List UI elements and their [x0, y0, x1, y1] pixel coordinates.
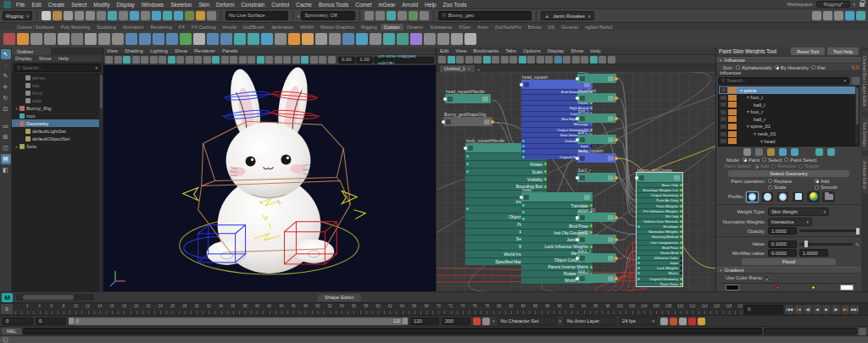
- normalize-weights-dropdown[interactable]: Interactive▾: [768, 218, 812, 226]
- brush-gaussian-icon[interactable]: [776, 191, 789, 202]
- workspace-value[interactable]: Rigging*: [816, 1, 851, 8]
- paint-operation-replace[interactable]: Replace: [768, 179, 812, 184]
- viewport-icon-10[interactable]: [194, 56, 202, 64]
- shelf-tab-xgen[interactable]: XGen: [455, 24, 474, 30]
- viewport-icon-15[interactable]: [239, 56, 247, 64]
- menu-constrain[interactable]: Constrain: [237, 2, 268, 8]
- value-field[interactable]: 0.1000: [768, 241, 797, 248]
- input-plug[interactable]: [576, 216, 579, 219]
- node-menu-icon[interactable]: [608, 156, 614, 161]
- attr-input-dot[interactable]: [522, 150, 525, 152]
- attr-output-dot[interactable]: [680, 199, 682, 202]
- symmetry-field[interactable]: Symmetry: Off: [301, 11, 355, 20]
- node-editor-menu-edit[interactable]: Edit: [437, 48, 452, 53]
- radio-icon[interactable]: [762, 158, 766, 162]
- person-icon[interactable]: [397, 33, 409, 45]
- node-header[interactable]: [445, 94, 491, 103]
- influence-pelvis[interactable]: ≡▿ pelvis: [719, 86, 859, 94]
- input-plug[interactable]: [576, 97, 579, 100]
- ppe-icon[interactable]: [139, 33, 151, 45]
- node-menu-icon[interactable]: [674, 175, 680, 180]
- mode-option-select[interactable]: Select: [762, 158, 782, 163]
- connection-wire[interactable]: [617, 218, 636, 225]
- brush-square-icon[interactable]: [792, 191, 804, 202]
- ipr-render-icon[interactable]: [376, 11, 385, 20]
- menu-edit[interactable]: Edit: [28, 2, 44, 8]
- attr-output-dot[interactable]: [680, 235, 682, 238]
- shelf-tab-fx[interactable]: FX: [175, 24, 188, 30]
- scale-tool[interactable]: ⊡: [1, 104, 11, 114]
- input-plug[interactable]: [576, 117, 579, 120]
- node-editor-icon-4[interactable]: [474, 56, 481, 64]
- outliner-item-top[interactable]: top: [12, 81, 103, 89]
- weight-type-dropdown[interactable]: Skin Weight▾: [768, 207, 829, 216]
- play-forwards-button[interactable]: ▶: [822, 305, 831, 314]
- attr-output-dot[interactable]: [680, 272, 682, 274]
- paint-operation-add[interactable]: Add: [815, 179, 859, 184]
- snap-point-icon[interactable]: [152, 11, 161, 20]
- input-plug[interactable]: [576, 138, 579, 141]
- cpskl-icon[interactable]: [342, 33, 354, 45]
- attr-output-dot[interactable]: [680, 210, 682, 213]
- step-back-frame-button[interactable]: ◀|: [804, 305, 812, 314]
- brush-image-icon[interactable]: [807, 191, 820, 202]
- attr-output-dot[interactable]: [590, 107, 593, 109]
- snap-grid-icon[interactable]: [130, 11, 139, 20]
- sphere-icon[interactable]: [17, 33, 29, 45]
- input-plug[interactable]: [442, 120, 445, 124]
- ramp-stop[interactable]: [811, 285, 815, 290]
- shelf-tab-general[interactable]: General: [558, 24, 581, 30]
- ne-icon[interactable]: [220, 33, 232, 45]
- attr-output-dot[interactable]: [544, 185, 547, 188]
- move-down-icon[interactable]: [791, 148, 798, 156]
- layout-outliner-pane[interactable]: ▤: [1, 154, 11, 164]
- sprk-icon[interactable]: [125, 33, 137, 45]
- list-options-icon[interactable]: [827, 148, 835, 156]
- attr-input-dot[interactable]: [637, 267, 640, 269]
- auto-key-icon[interactable]: [482, 318, 490, 325]
- input-plug[interactable]: [520, 196, 523, 199]
- ce-icon[interactable]: [166, 33, 178, 45]
- outliner-item-defaultlightset[interactable]: defaultLightSet: [12, 127, 103, 135]
- node-editor-icon-14[interactable]: [563, 56, 570, 64]
- filter-caret-icon[interactable]: ▾: [95, 64, 97, 72]
- select-hierarchy-icon[interactable]: [97, 11, 106, 20]
- node-editor-icon-11[interactable]: [537, 56, 544, 64]
- shelf-tab-gozbrush[interactable]: GoZBrush: [239, 24, 267, 30]
- node-header[interactable]: [577, 213, 616, 222]
- menu-set-dropdown[interactable]: Rigging ▾: [3, 11, 32, 20]
- animation-end-field[interactable]: 200: [442, 318, 470, 325]
- node-menu-icon[interactable]: [608, 76, 614, 81]
- output-plug[interactable]: [491, 120, 494, 124]
- play-icon[interactable]: [451, 33, 463, 45]
- attr-output-dot[interactable]: [680, 278, 682, 280]
- node-editor-icon-2[interactable]: [456, 56, 464, 64]
- shelf-tab-substance[interactable]: Substance: [426, 24, 455, 30]
- node-menu-icon[interactable]: [608, 237, 614, 242]
- player-icon[interactable]: [193, 33, 205, 45]
- browse-brush-icon[interactable]: [822, 191, 835, 202]
- new-scene-icon[interactable]: [42, 11, 51, 20]
- node-head_squashHandle[interactable]: head_squashHandle: [445, 94, 491, 103]
- pivot-icon[interactable]: [234, 33, 246, 45]
- lasso-select-tool[interactable]: ◌: [1, 60, 11, 70]
- node-spine_01[interactable]: spine_01: [577, 213, 616, 222]
- globe-icon[interactable]: [275, 33, 287, 45]
- shelf-tab-poly-modeling[interactable]: Poly Modeling: [58, 24, 94, 30]
- lock-influence-icon[interactable]: ≡: [720, 138, 727, 144]
- viewport-icon-18[interactable]: [265, 56, 273, 64]
- node-attr-row[interactable]: Bind Pose: [521, 222, 593, 229]
- expand-icon[interactable]: +: [14, 144, 19, 149]
- ramp-stop[interactable]: [776, 285, 780, 290]
- radio-icon[interactable]: [784, 158, 788, 162]
- node-editor-icon-18[interactable]: [598, 56, 606, 64]
- node-header[interactable]: [577, 74, 616, 83]
- sort-option-by-hierarchy[interactable]: By Hierarchy: [775, 65, 809, 70]
- layout-split-pane[interactable]: ◫: [1, 143, 11, 153]
- output-plug[interactable]: [615, 97, 618, 100]
- influence-foot_r[interactable]: ≡▿ foot_r: [719, 108, 859, 116]
- attr-output-dot[interactable]: [680, 283, 682, 285]
- menu-comet[interactable]: Comet: [352, 2, 375, 8]
- layout-single-pane[interactable]: ▭: [1, 121, 11, 131]
- script-editor-icon[interactable]: [859, 328, 866, 335]
